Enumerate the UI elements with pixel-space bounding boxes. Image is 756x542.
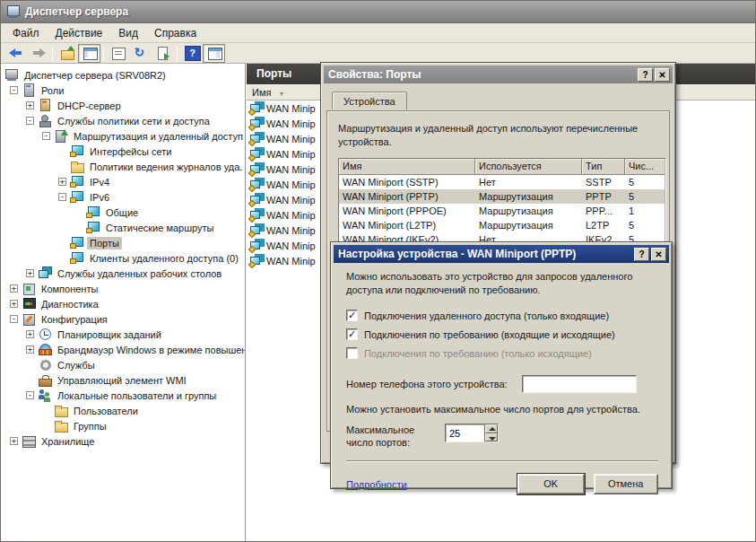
- tree-item[interactable]: -Конфигурация: [1, 311, 245, 327]
- expand-plus-icon[interactable]: +: [10, 300, 18, 308]
- checkbox-label: Подключения удаленного доступа (только в…: [364, 310, 609, 321]
- collapse-minus-icon[interactable]: -: [10, 86, 18, 94]
- help-caption-button[interactable]: ?: [634, 248, 649, 261]
- connection-options: ✓Подключения удаленного доступа (только …: [346, 306, 658, 363]
- tree-item[interactable]: -Маршрутизация и удаленный доступ: [1, 128, 245, 144]
- expand-plus-icon[interactable]: +: [26, 330, 34, 338]
- action-pane-button[interactable]: [203, 44, 225, 63]
- device-cell: WAN Miniport (PPPOE): [339, 205, 475, 216]
- tree-item-selected[interactable]: Порты: [1, 235, 245, 250]
- tree-item[interactable]: +Хранилище: [1, 433, 245, 449]
- column-header[interactable]: Используется: [475, 159, 582, 175]
- device-row[interactable]: WAN Miniport (PPTP)МаршрутизацияPPTP5: [339, 189, 665, 204]
- ports-list-item-label: WAN Minip: [266, 240, 316, 251]
- spinner-down-icon[interactable]: [485, 433, 498, 442]
- close-caption-button[interactable]: ✕: [651, 248, 666, 261]
- tree-item[interactable]: Группы: [1, 418, 245, 433]
- tree-item-label: Конфигурация: [39, 313, 110, 326]
- expand-plus-icon[interactable]: +: [26, 101, 34, 109]
- forward-arrow-button[interactable]: [27, 44, 49, 63]
- tree-item[interactable]: Пользователи: [1, 403, 245, 418]
- phone-number-input[interactable]: [522, 375, 637, 393]
- device-row[interactable]: WAN Miniport (PPPOE)МаршрутизацияPPP...1: [339, 204, 665, 218]
- tree-item[interactable]: Статические маршруты: [1, 220, 245, 235]
- tree-item[interactable]: +Службы удаленных рабочих столов: [1, 266, 245, 281]
- menu-action[interactable]: Действие: [48, 24, 111, 42]
- device-cell: Нет: [475, 177, 582, 188]
- tree-item[interactable]: +DHCP-сервер: [1, 98, 245, 113]
- tab-devices[interactable]: Устройства: [332, 92, 407, 109]
- column-header[interactable]: Тип: [582, 159, 625, 175]
- export-list-button[interactable]: [152, 44, 174, 63]
- dialog-buttons-row: Подробности OK Отмена: [346, 474, 658, 494]
- tree-item[interactable]: +Компоненты: [1, 281, 245, 296]
- menu-help[interactable]: Справка: [146, 24, 204, 42]
- tree-item[interactable]: Диспетчер сервера (SRV08R2): [1, 67, 245, 83]
- tree-item[interactable]: Общие: [1, 205, 245, 220]
- cancel-button[interactable]: Отмена: [594, 474, 658, 494]
- console-tree-button[interactable]: [78, 44, 100, 63]
- collapse-minus-icon[interactable]: -: [58, 193, 66, 201]
- help-button[interactable]: [180, 44, 203, 63]
- tree-item-label: Службы политики сети и доступа: [55, 115, 213, 127]
- tree-item[interactable]: -IPv6: [1, 189, 245, 205]
- column-header[interactable]: Имя: [339, 159, 475, 175]
- menu-view[interactable]: Вид: [110, 24, 146, 42]
- checkbox-label: Подключения по требованию (входящие и ис…: [364, 329, 615, 340]
- expand-plus-icon[interactable]: +: [26, 269, 34, 277]
- help-caption-button[interactable]: ?: [638, 68, 653, 82]
- tree-item[interactable]: Политики ведения журналов уда.: [1, 159, 245, 174]
- portlist-icon: [249, 101, 264, 115]
- tree-item[interactable]: -Локальные пользователи и группы: [1, 388, 245, 403]
- collapse-minus-icon[interactable]: -: [42, 132, 50, 140]
- tree-item[interactable]: Клиенты удаленного доступа (0): [1, 250, 245, 266]
- device-row[interactable]: WAN Miniport (L2TP)МаршрутизацияL2TP5: [339, 218, 665, 232]
- tree-item[interactable]: +IPv4: [1, 174, 245, 189]
- device-cell: 5: [625, 177, 665, 188]
- phone-row: Номер телефона этого устройства:: [346, 375, 658, 393]
- portlist-icon: [249, 117, 264, 130]
- expand-plus-icon[interactable]: +: [58, 178, 66, 186]
- details-link[interactable]: Подробности: [346, 479, 407, 490]
- checkbox-checked-icon[interactable]: ✓: [346, 310, 358, 321]
- config-icon: [22, 312, 36, 326]
- max-ports-input[interactable]: [445, 424, 484, 442]
- tree-item-label: Политики ведения журналов уда.: [87, 161, 245, 173]
- local-users-icon: [38, 389, 52, 402]
- tree-item[interactable]: +Диагностика: [1, 296, 245, 311]
- netif-icon: [70, 175, 84, 188]
- properties-button[interactable]: [107, 44, 129, 63]
- collapse-minus-icon[interactable]: -: [26, 391, 34, 399]
- close-caption-button[interactable]: ✕: [655, 68, 670, 82]
- up-folder-button[interactable]: [56, 44, 78, 63]
- expand-plus-icon[interactable]: +: [26, 345, 34, 354]
- portlist-icon: [249, 162, 264, 176]
- expand-plus-icon[interactable]: +: [10, 437, 18, 445]
- menu-file[interactable]: Файл: [4, 24, 48, 42]
- back-arrow-button[interactable]: [4, 44, 27, 63]
- rras-icon: [54, 129, 68, 143]
- device-row[interactable]: WAN Miniport (SSTP)НетSSTP5: [339, 175, 665, 189]
- tree-item[interactable]: +Планировщик заданий: [1, 327, 245, 342]
- tree-item[interactable]: Управляющий элемент WMI: [1, 372, 245, 388]
- ok-button[interactable]: OK: [517, 474, 585, 494]
- tree-item[interactable]: -Роли: [1, 83, 245, 98]
- column-header[interactable]: Чис...: [625, 159, 665, 175]
- device-cell: L2TP: [582, 220, 625, 231]
- ports-properties-title: Свойства: Порты: [328, 68, 421, 81]
- server-manager-window: Диспетчер сервера ФайлДействиеВидСправка…: [0, 0, 756, 542]
- tree-item[interactable]: +Брандмауэр Windows в режиме повышенн: [1, 342, 245, 357]
- menu-bar: ФайлДействиеВидСправка: [1, 23, 755, 43]
- refresh-button[interactable]: [129, 44, 152, 63]
- spinner-up-icon[interactable]: [485, 424, 498, 433]
- collapse-minus-icon[interactable]: -: [10, 315, 18, 323]
- collapse-minus-icon[interactable]: -: [26, 117, 34, 125]
- phone-label: Номер телефона этого устройства:: [346, 379, 508, 389]
- tree-item[interactable]: Интерфейсы сети: [1, 144, 245, 159]
- tree-item[interactable]: -Службы политики сети и доступа: [1, 113, 245, 128]
- checkbox-checked-icon[interactable]: ✓: [346, 328, 358, 340]
- expand-plus-icon[interactable]: +: [10, 284, 18, 293]
- dhcp-icon: [38, 99, 52, 112]
- folder-icon: [54, 419, 68, 433]
- tree-item[interactable]: Службы: [1, 357, 245, 372]
